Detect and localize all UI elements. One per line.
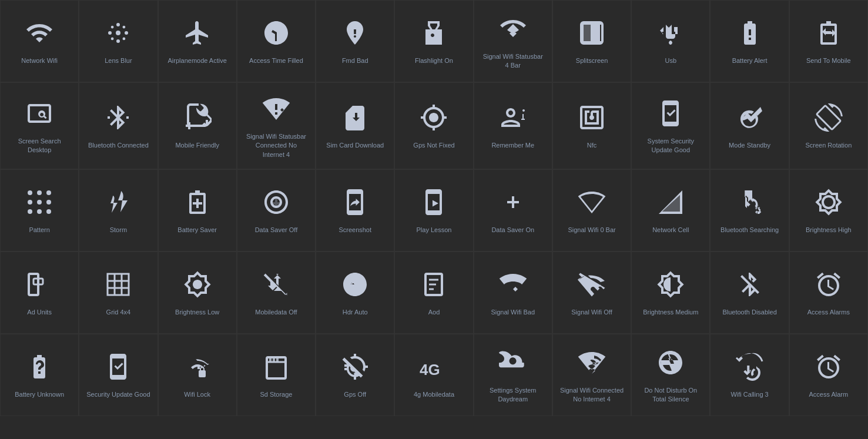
icon-cell-bluetooth-connected[interactable]: Bluetooth Connected xyxy=(79,82,157,169)
mobiledata-off-label: Mobiledata Off xyxy=(255,308,297,317)
icon-cell-mobiledata-off[interactable]: Mobiledata Off xyxy=(237,252,316,334)
icon-cell-storm[interactable]: Storm xyxy=(79,169,157,252)
icon-cell-do-not-disturb-on-total-silence[interactable]: Do Not Disturb On Total Silence xyxy=(631,334,710,416)
screen-rotation-label: Screen Rotation xyxy=(805,141,852,150)
icon-cell-brightness-high[interactable]: Brightness High xyxy=(789,169,868,252)
play-lesson-label: Play Lesson xyxy=(417,226,452,234)
icon-cell-screen-search-desktop[interactable]: Screen Search Desktop xyxy=(0,82,79,169)
icon-cell-lens-blur[interactable]: Lens Blur xyxy=(79,0,157,82)
icon-cell-remember-me[interactable]: Remember Me xyxy=(474,82,552,169)
nfc-icon xyxy=(578,103,606,141)
signal-wifi-statusbar-connected-no-internet-4-icon xyxy=(262,95,290,132)
icon-cell-data-saver-on[interactable]: Data Saver On xyxy=(474,169,552,252)
icon-cell-signal-wifi-bad[interactable]: Signal Wifi Bad xyxy=(474,252,552,334)
pattern-label: Pattern xyxy=(29,226,49,234)
nfc-label: Nfc xyxy=(587,141,597,150)
security-update-good-label: Security Update Good xyxy=(86,390,150,399)
icon-cell-wifi-calling-3[interactable]: Wifi Calling 3 xyxy=(710,334,789,416)
icon-cell-access-time-filled[interactable]: Access Time Filled xyxy=(237,0,316,82)
svg-point-13 xyxy=(37,190,42,195)
icon-cell-grid-4x4[interactable]: Grid 4x4 xyxy=(79,252,157,334)
screen-rotation-icon xyxy=(815,103,843,141)
icon-cell-system-security-update-good[interactable]: System Security Update Good xyxy=(631,82,710,169)
icon-cell-wifi-lock[interactable]: Wifi Lock xyxy=(158,334,237,416)
icon-cell-pattern[interactable]: Pattern xyxy=(0,169,79,252)
ad-units-label: Ad Units xyxy=(27,308,52,317)
mode-standby-icon xyxy=(736,103,764,141)
svg-point-19 xyxy=(37,209,42,214)
grid-4x4-icon xyxy=(104,270,132,308)
lens-blur-label: Lens Blur xyxy=(105,56,132,65)
icon-cell-gps-not-fixed[interactable]: Gps Not Fixed xyxy=(394,82,473,169)
icon-cell-bluetooth-searching[interactable]: Bluetooth Searching xyxy=(710,169,789,252)
icon-cell-bluetooth-disabled[interactable]: Bluetooth Disabled xyxy=(710,252,789,334)
icon-cell-signal-wifi-connected-no-internet-4[interactable]: Signal Wifi Connected No Internet 4 xyxy=(552,334,631,416)
remember-me-label: Remember Me xyxy=(491,141,534,150)
battery-alert-icon xyxy=(736,19,764,56)
icon-cell-screen-rotation[interactable]: Screen Rotation xyxy=(789,82,868,169)
icon-cell-access-alarm[interactable]: Access Alarm xyxy=(789,334,868,416)
icon-cell-access-alarms[interactable]: Access Alarms xyxy=(789,252,868,334)
icon-cell-mode-standby[interactable]: Mode Standby xyxy=(710,82,789,169)
icon-cell-ad-units[interactable]: Ad Units xyxy=(0,252,79,334)
play-lesson-icon xyxy=(420,188,448,226)
usb-label: Usb xyxy=(665,56,677,65)
icon-cell-play-lesson[interactable]: Play Lesson xyxy=(394,169,473,252)
bluetooth-searching-label: Bluetooth Searching xyxy=(720,226,779,234)
icon-cell-fmd-bad[interactable]: Fmd Bad xyxy=(316,0,394,82)
icon-cell-signal-wifi-statusbar-connected-no-internet-4[interactable]: Signal Wifi Statusbar Connected No Inter… xyxy=(237,82,316,169)
icon-cell-battery-alert[interactable]: Battery Alert xyxy=(710,0,789,82)
bluetooth-connected-label: Bluetooth Connected xyxy=(88,141,149,150)
icon-cell-splitscreen[interactable]: Splitscreen xyxy=(552,0,631,82)
gps-off-icon xyxy=(341,353,369,390)
icon-cell-4g-mobiledata[interactable]: 4G4g Mobiledata xyxy=(394,334,473,416)
icon-cell-mobile-friendly[interactable]: Mobile Friendly xyxy=(158,82,237,169)
signal-wifi-statusbar-4-bar-label: Signal Wifi Statusbar 4 Bar xyxy=(481,52,545,71)
svg-point-2 xyxy=(116,39,120,43)
icon-cell-battery-saver[interactable]: Battery Saver xyxy=(158,169,237,252)
mobile-friendly-label: Mobile Friendly xyxy=(175,141,219,150)
gps-not-fixed-icon xyxy=(420,103,448,141)
icon-cell-flashlight-on[interactable]: Flashlight On xyxy=(394,0,473,82)
battery-saver-icon xyxy=(183,188,212,226)
wifi-calling-3-icon xyxy=(736,353,764,390)
icon-cell-hdr-auto[interactable]: Hdr Auto xyxy=(316,252,394,334)
icon-cell-signal-wifi-off[interactable]: Signal Wifi Off xyxy=(552,252,631,334)
signal-wifi-0-bar-icon xyxy=(578,188,606,226)
icon-cell-network-wifi[interactable]: Network Wifi xyxy=(0,0,79,82)
icon-cell-settings-system-daydream[interactable]: Settings System Daydream xyxy=(474,334,552,416)
icon-cell-aod[interactable]: Aod xyxy=(394,252,473,334)
screen-search-desktop-label: Screen Search Desktop xyxy=(7,137,72,155)
icon-cell-brightness-medium[interactable]: Brightness Medium xyxy=(631,252,710,334)
icon-cell-security-update-good[interactable]: Security Update Good xyxy=(79,334,157,416)
send-to-mobile-icon xyxy=(815,19,843,56)
icon-cell-signal-wifi-statusbar-4-bar[interactable]: Signal Wifi Statusbar 4 Bar xyxy=(474,0,552,82)
brightness-high-icon xyxy=(815,188,843,226)
icon-cell-sd-storage[interactable]: Sd Storage xyxy=(237,334,316,416)
icon-cell-network-cell[interactable]: Network Cell xyxy=(631,169,710,252)
icon-cell-nfc[interactable]: Nfc xyxy=(552,82,631,169)
screenshot-label: Screenshot xyxy=(339,226,371,234)
svg-point-6 xyxy=(123,38,126,41)
mobiledata-off-icon xyxy=(262,270,290,308)
icon-cell-signal-wifi-0-bar[interactable]: Signal Wifi 0 Bar xyxy=(552,169,631,252)
gps-not-fixed-label: Gps Not Fixed xyxy=(413,141,454,150)
svg-point-16 xyxy=(37,200,42,205)
svg-point-15 xyxy=(28,200,32,205)
icon-cell-screenshot[interactable]: Screenshot xyxy=(316,169,394,252)
icon-cell-sim-card-download[interactable]: Sim Card Download xyxy=(316,82,394,169)
icon-cell-battery-unknown[interactable]: Battery Unknown xyxy=(0,334,79,416)
icon-cell-send-to-mobile[interactable]: Send To Mobile xyxy=(789,0,868,82)
wifi-lock-label: Wifi Lock xyxy=(184,390,210,399)
hdr-auto-label: Hdr Auto xyxy=(343,308,368,317)
icon-cell-data-saver-off[interactable]: Data Saver Off xyxy=(237,169,316,252)
hdr-auto-icon xyxy=(341,270,369,308)
svg-rect-28 xyxy=(269,357,272,362)
svg-point-20 xyxy=(46,209,51,214)
icon-cell-usb[interactable]: Usb xyxy=(631,0,710,82)
icon-cell-airplanemode-active[interactable]: Airplanemode Active xyxy=(158,0,237,82)
icon-cell-gps-off[interactable]: Gps Off xyxy=(316,334,394,416)
bluetooth-connected-icon xyxy=(104,103,132,141)
icon-cell-brightness-low[interactable]: Brightness Low xyxy=(158,252,237,334)
screenshot-icon xyxy=(341,188,369,226)
